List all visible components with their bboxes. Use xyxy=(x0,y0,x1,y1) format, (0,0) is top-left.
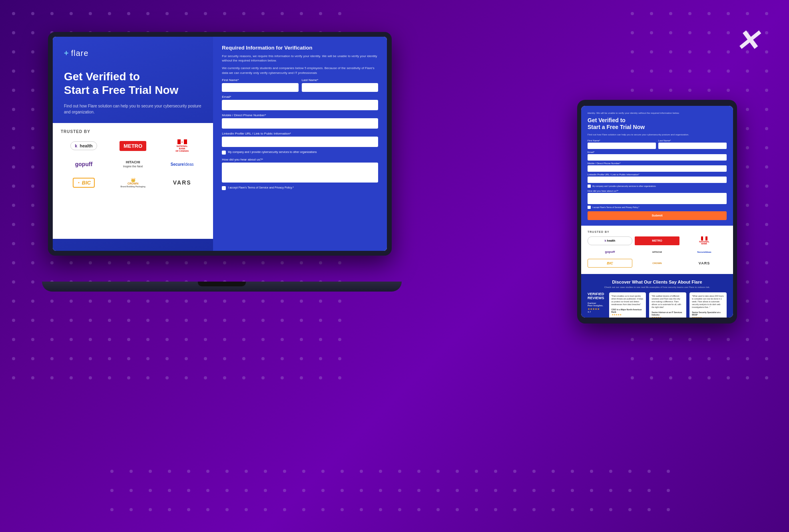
laptop-screen: + flare Get Verified toStart a Free Tria… xyxy=(48,32,392,256)
linkedin-input[interactable] xyxy=(222,137,378,147)
first-name-input[interactable] xyxy=(222,83,298,92)
tablet-services-label: My company and I provide cybersecurity s… xyxy=(592,185,656,187)
review-card-3: "What used to take about 200 hours to co… xyxy=(689,292,727,318)
last-name-label: Last Name* xyxy=(302,78,378,82)
reviews-subtitle: Check out our case studies to see real l… xyxy=(588,286,727,288)
tablet-tiny-text: identity. We will be unable to verify yo… xyxy=(588,111,727,115)
laptop-content: + flare Get Verified toStart a Free Tria… xyxy=(53,37,387,251)
name-row: First Name* Last Name* xyxy=(222,78,378,92)
services-checkbox-row: My company and I provide cybersecurity s… xyxy=(222,150,378,155)
email-label: Email* xyxy=(222,95,378,99)
tablet-services-row: My company and I provide cybersecurity s… xyxy=(588,185,727,188)
submit-button[interactable]: Submit xyxy=(588,211,727,220)
gartner-label: GartnerPeer Insights. xyxy=(588,302,604,307)
reviewer-3: Senior Security Specialist at a MSSP xyxy=(692,311,724,316)
last-name-group: Last Name* xyxy=(302,78,378,92)
national-bank-logo: ✦ NATIONALBANKOF CANADA xyxy=(159,139,205,153)
review-stars-2: ★★★★★ xyxy=(652,316,684,318)
how-input[interactable] xyxy=(222,163,378,183)
tablet-screen: identity. We will be unable to verify yo… xyxy=(581,106,733,318)
gartner-stars: ★★★★★ xyxy=(588,308,604,311)
tablet-trusted-section: TRUSTED BY k health METRO NAT xyxy=(581,226,733,274)
email-input[interactable] xyxy=(222,100,378,110)
laptop-notch xyxy=(198,282,246,286)
review-text-2: "We audited dozens of different solution… xyxy=(652,295,684,309)
laptop-headline: Get Verified toStart a Free Trial Now xyxy=(64,70,202,97)
laptop-subtext: Find out how Flare solution can help you… xyxy=(64,103,202,115)
tablet-services-checkbox[interactable] xyxy=(588,185,591,188)
tablet-device: identity. We will be unable to verify yo… xyxy=(577,100,737,324)
tablet-logo-grid: k health METRO NATIONALBANK gopuff xyxy=(588,236,727,268)
tablet-firstname-group: First Name* xyxy=(588,139,656,149)
reviews-title: Discover What Our Clients Say About Flar… xyxy=(588,280,727,284)
review-card-2: "We audited dozens of different solution… xyxy=(649,292,686,318)
form-panel-title: Required Information for Verification xyxy=(222,45,378,51)
terms-label: I accept Flare's Terms of Service and Pr… xyxy=(228,186,293,189)
reviews-grid: "Flare enables us to react quickly when … xyxy=(609,292,727,318)
tablet-firstname-label: First Name* xyxy=(588,139,656,142)
reviewer-1: CISO in a Major North-American Bank xyxy=(612,308,644,313)
services-checkbox-label: My company and I provide cybersecurity s… xyxy=(228,150,317,154)
phone-input[interactable] xyxy=(222,118,378,129)
tablet-email-input[interactable] xyxy=(588,154,727,161)
tablet-name-row: First Name* Last Name* xyxy=(588,139,727,149)
tablet-lastname-input[interactable] xyxy=(658,143,727,149)
tablet-terms-label: I accept Flare's Terms of Service and Pr… xyxy=(592,206,639,208)
tablet-content: identity. We will be unable to verify yo… xyxy=(581,106,733,318)
terms-checkbox[interactable] xyxy=(222,186,226,190)
review-card-1: "Flare enables us to react quickly when … xyxy=(609,292,646,318)
reviews-content: VERIFIEDREVIEWS GartnerPeer Insights. ★★… xyxy=(588,292,727,318)
laptop-device: + flare Get Verified toStart a Free Tria… xyxy=(48,32,396,292)
brand-x-logo: ✕ xyxy=(735,24,757,58)
how-label: How did you hear about us?* xyxy=(222,158,378,161)
logo-plus: + xyxy=(64,49,69,58)
verified-reviews-badge: VERIFIEDREVIEWS xyxy=(588,292,604,300)
hitachi-logo: HITACHIInspire the Next xyxy=(110,157,156,171)
how-group: How did you hear about us?* xyxy=(222,158,378,183)
metro-logo: METRO xyxy=(110,139,156,153)
tablet-how-group: How did you hear about us?* xyxy=(588,190,727,204)
tablet-phone-input[interactable] xyxy=(588,165,727,172)
first-name-group: First Name* xyxy=(222,78,298,92)
gartner-section: VERIFIEDREVIEWS GartnerPeer Insights. ★★… xyxy=(588,292,604,313)
review-text-1: "Flare enables us to react quickly when … xyxy=(612,295,644,306)
tablet-linkedin-group: LinkedIn Profile URL / Link to Public In… xyxy=(588,173,727,183)
phone-group: Mobile / Direct Phone Number* xyxy=(222,113,378,129)
trusted-by-label: TRUSTED BY xyxy=(61,129,205,134)
tablet-bic: BIC xyxy=(588,259,632,268)
linkedin-group: LinkedIn Profile URL / Link to Public In… xyxy=(222,132,378,147)
tablet-how-label: How did you hear about us?* xyxy=(588,190,727,192)
secureideas-logo: SecureIdeas xyxy=(159,157,205,171)
tablet-phone-group: Mobile / Direct Phone Number* xyxy=(588,162,727,172)
tablet-gopuff: gopuff xyxy=(588,248,632,256)
tablet-linkedin-label: LinkedIn Profile URL / Link to Public In… xyxy=(588,173,727,176)
tablet-linkedin-input[interactable] xyxy=(588,177,727,183)
bic-logo: 🔸 BIC xyxy=(61,175,107,190)
tablet-terms-row: I accept Flare's Terms of Service and Pr… xyxy=(588,206,727,209)
laptop-base xyxy=(42,282,402,292)
tablet-vars: VARS xyxy=(682,259,727,268)
client-logo-grid: k health METRO ✦ xyxy=(61,139,205,190)
linkedin-label: LinkedIn Profile URL / Link to Public In… xyxy=(222,132,378,135)
first-name-label: First Name* xyxy=(222,78,298,82)
laptop-form-panel: Required Information for Verification Fo… xyxy=(213,37,387,251)
tablet-terms-checkbox[interactable] xyxy=(588,206,591,209)
tablet-outer: identity. We will be unable to verify yo… xyxy=(577,100,737,324)
review-stars-3: ★★★★★ xyxy=(692,316,724,318)
services-checkbox[interactable] xyxy=(222,151,226,155)
tablet-trusted-label: TRUSTED BY xyxy=(588,230,727,233)
tablet-reviews-section: Discover What Our Clients Say About Flar… xyxy=(581,274,733,318)
tablet-firstname-input[interactable] xyxy=(588,143,656,149)
khealth-logo: k health xyxy=(61,139,107,153)
tablet-phone-label: Mobile / Direct Phone Number* xyxy=(588,162,727,165)
last-name-input[interactable] xyxy=(302,83,378,92)
crown-logo: 👑 CROWNBrand Building Packaging xyxy=(110,175,156,190)
tablet-crown: CROWN xyxy=(635,259,679,268)
form-desc-2: We currently cannot verify students and … xyxy=(222,66,378,75)
tablet-hitachi: HITACHI xyxy=(635,248,679,256)
tablet-metro: METRO xyxy=(635,236,679,245)
tablet-how-input[interactable] xyxy=(588,193,727,204)
review-stars-1: ★★★★★ xyxy=(612,313,644,316)
gartner-rating: 4.7 xyxy=(588,311,604,313)
gopuff-logo: gopuff xyxy=(61,157,107,171)
